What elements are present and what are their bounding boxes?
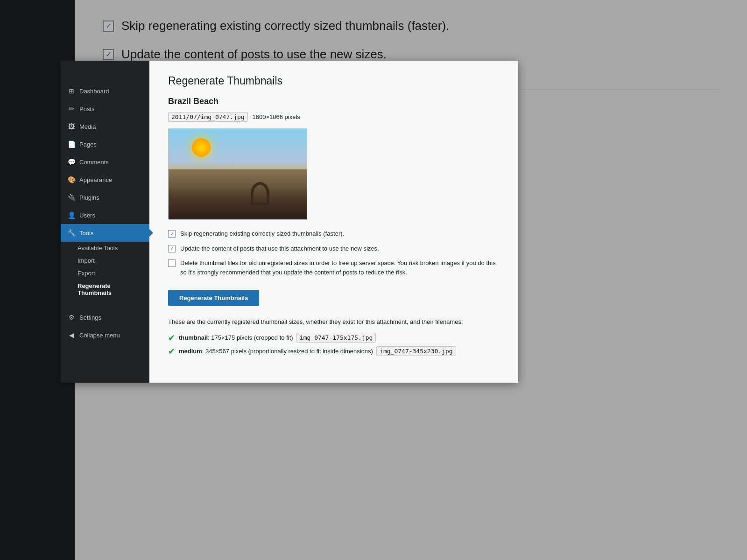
media-icon: 🖼 — [67, 122, 76, 131]
registered-sizes-text: These are the currently registered thumb… — [168, 317, 500, 327]
thumbnail-name-1: thumbnail — [179, 334, 208, 341]
rock-arch — [251, 182, 269, 205]
settings-icon: ⚙ — [67, 313, 76, 322]
option-label-skip: Skip regenerating existing correctly siz… — [180, 229, 344, 238]
sidebar-item-posts[interactable]: ✏ Posts — [61, 100, 149, 118]
regenerate-button[interactable]: Regenerate Thumbnails — [168, 290, 259, 306]
sidebar-label-settings: Settings — [79, 314, 101, 321]
check-icon-2: ✔ — [168, 346, 175, 357]
image-path-badge: 2011/07/img_0747.jpg — [168, 112, 248, 122]
sidebar-label-tools: Tools — [79, 230, 93, 237]
sidebar-item-collapse[interactable]: ◀ Collapse menu — [61, 326, 149, 344]
thumbnail-size-2: 345×567 pixels (proportionally resized t… — [205, 348, 373, 355]
users-icon: 👤 — [67, 211, 76, 219]
sidebar-label-appearance: Appearance — [79, 176, 112, 183]
thumbnail-filename-2: img_0747-345x230.jpg — [376, 346, 456, 356]
checkbox-delete-old[interactable] — [168, 259, 176, 267]
available-tools-label: Available Tools — [78, 245, 118, 252]
modal-main-content: Regenerate Thumbnails Brazil Beach 2011/… — [149, 61, 518, 383]
image-dimensions: 1600×1066 pixels — [253, 113, 300, 120]
collapse-icon: ◀ — [67, 331, 76, 339]
regenerate-thumbnails-label: Regenerate Thumbnails — [78, 282, 112, 296]
sidebar-submenu-export[interactable]: Export — [61, 267, 149, 280]
rocks-layer — [169, 169, 307, 219]
modal-container: ⊞ Dashboard ✏ Posts 🖼 Media 📄 Pages 💬 Co… — [61, 61, 518, 383]
import-label: Import — [78, 257, 95, 264]
sidebar-item-pages[interactable]: 📄 Pages — [61, 135, 149, 153]
sun-element — [192, 138, 211, 157]
pages-icon: 📄 — [67, 140, 76, 148]
image-meta: 2011/07/img_0747.jpg 1600×1066 pixels — [168, 112, 500, 122]
thumbnail-size-1: 175×175 pixels (cropped to fit) — [211, 334, 293, 341]
sidebar-label-collapse: Collapse menu — [79, 332, 120, 339]
sidebar-label-plugins: Plugins — [79, 194, 99, 201]
option-label-update: Update the content of posts that use thi… — [180, 244, 379, 253]
sidebar-item-appearance[interactable]: 🎨 Appearance — [61, 171, 149, 189]
sidebar-label-pages: Pages — [79, 141, 97, 148]
thumbnail-desc-1: thumbnail: 175×175 pixels (cropped to fi… — [179, 333, 376, 343]
page-title: Regenerate Thumbnails — [168, 75, 500, 87]
plugins-icon: 🔌 — [67, 193, 76, 202]
appearance-icon: 🎨 — [67, 175, 76, 184]
sidebar-item-settings[interactable]: ⚙ Settings — [61, 308, 149, 326]
sidebar-item-tools[interactable]: 🔧 Tools — [61, 224, 149, 242]
sidebar-label-dashboard: Dashboard — [79, 88, 109, 95]
sidebar-item-users[interactable]: 👤 Users — [61, 206, 149, 224]
export-label: Export — [78, 270, 95, 277]
check-icon-1: ✔ — [168, 333, 175, 343]
checkbox-update-content[interactable] — [168, 245, 176, 252]
comments-icon: 💬 — [67, 158, 76, 166]
sidebar-item-dashboard[interactable]: ⊞ Dashboard — [61, 82, 149, 100]
checkbox-skip-existing[interactable] — [168, 230, 176, 238]
tools-icon: 🔧 — [67, 229, 76, 237]
modal-sidebar: ⊞ Dashboard ✏ Posts 🖼 Media 📄 Pages 💬 Co… — [61, 61, 149, 383]
option-row-skip: Skip regenerating existing correctly siz… — [168, 229, 500, 238]
posts-icon: ✏ — [67, 105, 76, 113]
image-name: Brazil Beach — [168, 97, 500, 106]
sidebar-label-users: Users — [79, 212, 95, 219]
thumbnail-entry-2: ✔ medium: 345×567 pixels (proportionally… — [168, 347, 500, 357]
sidebar-label-comments: Comments — [79, 159, 109, 166]
modal-sidebar-logo — [61, 61, 149, 82]
dashboard-icon: ⊞ — [67, 87, 76, 95]
sidebar-item-media[interactable]: 🖼 Media — [61, 118, 149, 135]
thumbnail-desc-2: medium: 345×567 pixels (proportionally r… — [179, 347, 456, 356]
thumbnail-entry-1: ✔ thumbnail: 175×175 pixels (cropped to … — [168, 333, 500, 343]
sidebar-item-plugins[interactable]: 🔌 Plugins — [61, 189, 149, 206]
sidebar-submenu-import[interactable]: Import — [61, 254, 149, 267]
option-label-delete: Delete thumbnail files for old unregiste… — [180, 259, 500, 277]
thumbnail-filename-1: img_0747-175x175.jpg — [296, 333, 376, 343]
option-row-update: Update the content of posts that use thi… — [168, 244, 500, 253]
sidebar-item-comments[interactable]: 💬 Comments — [61, 153, 149, 171]
option-row-delete: Delete thumbnail files for old unregiste… — [168, 259, 500, 277]
sidebar-submenu-available-tools[interactable]: Available Tools — [61, 242, 149, 254]
sidebar-submenu-regenerate[interactable]: Regenerate Thumbnails — [61, 280, 149, 299]
thumbnail-name-2: medium — [179, 348, 202, 355]
sidebar-label-media: Media — [79, 123, 96, 130]
sidebar-label-posts: Posts — [79, 105, 95, 112]
attachment-image — [168, 128, 307, 220]
